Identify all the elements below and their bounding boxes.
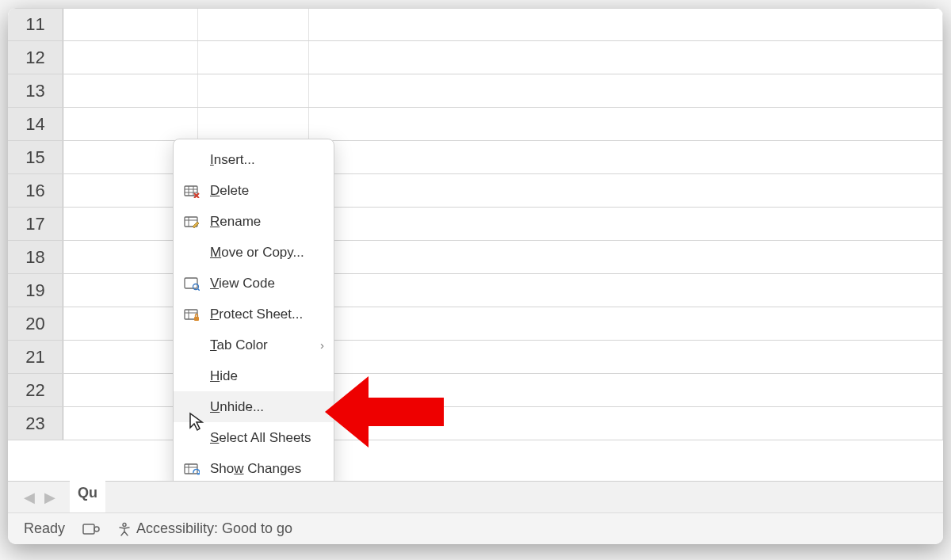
svg-rect-16 [194, 317, 199, 321]
blank-icon [181, 337, 202, 354]
menu-item-label: Delete [210, 183, 249, 199]
menu-item-tab-color[interactable]: Tab Color› [174, 330, 334, 360]
cell[interactable] [309, 141, 943, 173]
row-header[interactable]: 15 [8, 141, 63, 173]
sheet-tab-context-menu: Insert...DeleteRenameMove or Copy...View… [173, 139, 334, 481]
menu-item-rename[interactable]: Rename [174, 206, 334, 237]
cell[interactable] [309, 341, 943, 373]
menu-item-label: Tab Color [210, 337, 268, 353]
blank-icon [181, 368, 202, 385]
menu-item-hide[interactable]: Hide [174, 360, 334, 391]
cell[interactable] [198, 108, 309, 140]
menu-item-protect-sheet[interactable]: Protect Sheet... [174, 299, 334, 330]
menu-item-label: Select All Sheets [210, 430, 311, 446]
accessibility-label: Accessibility: Good to go [136, 520, 292, 537]
grid-row: 14 [8, 108, 943, 141]
rename-icon [181, 213, 202, 230]
cell[interactable] [198, 41, 309, 74]
status-bar: Ready Accessibility: Good to go [8, 512, 943, 544]
accessibility-icon [117, 522, 132, 536]
grid-row: 20 [8, 307, 943, 341]
cell[interactable] [63, 74, 198, 107]
row-header[interactable]: 20 [8, 307, 63, 340]
menu-item-show-changes[interactable]: Show Changes [174, 453, 334, 481]
menu-item-label: Move or Copy... [210, 245, 304, 261]
row-header[interactable]: 23 [8, 407, 63, 440]
grid-row: 13 [8, 74, 943, 108]
row-header[interactable]: 17 [8, 208, 63, 240]
show-changes-icon [181, 460, 202, 478]
menu-item-label: Protect Sheet... [210, 307, 303, 322]
row-header[interactable]: 14 [8, 108, 63, 140]
svg-rect-22 [83, 524, 94, 534]
delete-icon [181, 182, 202, 200]
svg-line-12 [198, 288, 201, 291]
macro-record-icon[interactable] [82, 522, 100, 536]
grid-row: 22 [8, 374, 943, 407]
sheet-nav: ◀ ▶ [24, 489, 55, 506]
menu-item-label: View Code [210, 276, 275, 291]
menu-item-unhide[interactable]: Unhide... [174, 391, 334, 422]
cell[interactable] [309, 74, 943, 107]
menu-item-move-or-copy[interactable]: Move or Copy... [174, 237, 334, 268]
menu-item-select-all-sheets[interactable]: Select All Sheets [174, 422, 334, 453]
blank-icon [181, 398, 202, 416]
accessibility-status[interactable]: Accessibility: Good to go [117, 520, 292, 537]
menu-item-delete[interactable]: Delete [174, 175, 334, 206]
row-header[interactable]: 21 [8, 341, 63, 373]
row-header[interactable]: 13 [8, 74, 63, 107]
cell[interactable] [309, 41, 943, 74]
view-code-icon [181, 275, 202, 292]
cell[interactable] [309, 307, 943, 340]
cell[interactable] [63, 9, 198, 40]
grid-row: 11 [8, 8, 943, 41]
menu-item-label: Rename [210, 214, 261, 230]
row-header[interactable]: 16 [8, 174, 63, 207]
row-header[interactable]: 19 [8, 274, 63, 307]
grid-row: 21 [8, 341, 943, 374]
grid-row: 16 [8, 174, 943, 208]
sheet-tab-strip: ◀ ▶ Qu [8, 481, 943, 512]
cell[interactable] [309, 241, 943, 273]
sheet-nav-prev-icon[interactable]: ◀ [24, 489, 35, 506]
row-header[interactable]: 18 [8, 241, 63, 273]
grid-row: 19 [8, 274, 943, 307]
menu-item-label: Insert... [210, 152, 255, 168]
blank-icon [181, 151, 202, 169]
sheet-nav-next-icon[interactable]: ▶ [44, 489, 55, 506]
row-header[interactable]: 12 [8, 41, 63, 74]
svg-rect-10 [185, 278, 197, 288]
blank-icon [181, 244, 202, 261]
svg-point-23 [94, 527, 99, 531]
cell[interactable] [63, 41, 198, 74]
grid-row: 15 [8, 141, 943, 174]
blank-icon [181, 429, 202, 447]
cell[interactable] [309, 407, 943, 440]
cell[interactable] [309, 9, 943, 40]
protect-icon [181, 306, 202, 323]
cell[interactable] [198, 9, 309, 40]
menu-item-insert[interactable]: Insert... [174, 144, 334, 175]
cell[interactable] [309, 174, 943, 207]
grid-row: 12 [8, 41, 943, 74]
sheet-tab-active[interactable]: Qu [70, 480, 105, 515]
row-header[interactable]: 22 [8, 374, 63, 406]
menu-item-label: Show Changes [210, 461, 301, 477]
row-header[interactable]: 11 [8, 9, 63, 40]
submenu-arrow-icon: › [320, 338, 324, 352]
cell[interactable] [309, 108, 943, 140]
cell[interactable] [309, 374, 943, 406]
status-ready: Ready [24, 520, 65, 537]
cell[interactable] [63, 108, 198, 140]
spreadsheet-grid[interactable]: 11121314151617181920212223 Insert...Dele… [8, 8, 943, 481]
svg-point-24 [123, 523, 126, 526]
menu-item-label: Hide [210, 368, 238, 384]
menu-item-view-code[interactable]: View Code [174, 268, 334, 299]
cell[interactable] [309, 274, 943, 307]
grid-row: 23 [8, 407, 943, 440]
cell[interactable] [309, 208, 943, 240]
grid-row: 17 [8, 208, 943, 241]
menu-item-label: Unhide... [210, 399, 264, 415]
cell[interactable] [198, 74, 309, 107]
grid-row: 18 [8, 241, 943, 274]
